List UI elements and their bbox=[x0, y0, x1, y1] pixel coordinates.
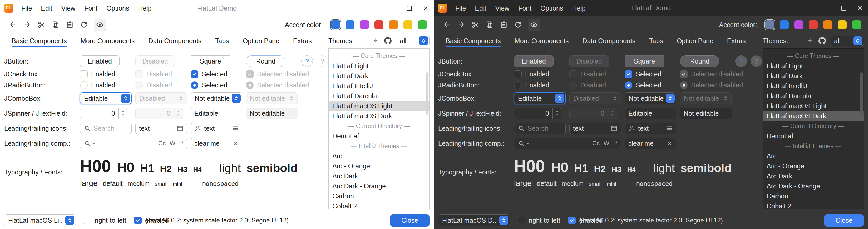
combobox-chevrons-icon[interactable] bbox=[232, 94, 241, 103]
forward-button[interactable] bbox=[455, 19, 467, 31]
accent-swatch-green[interactable] bbox=[852, 20, 861, 29]
github-button[interactable] bbox=[384, 37, 392, 45]
radio-selected[interactable] bbox=[191, 81, 198, 89]
regex-toggle[interactable]: .* bbox=[613, 140, 617, 147]
menu-file[interactable]: File bbox=[451, 0, 470, 16]
maximize-button[interactable] bbox=[835, 0, 852, 16]
calendar-icon[interactable] bbox=[177, 125, 183, 132]
back-button[interactable] bbox=[7, 19, 19, 31]
accent-swatch-blue[interactable] bbox=[780, 20, 789, 29]
regex-toggle[interactable]: .* bbox=[179, 140, 183, 147]
theme-list-item[interactable]: Arc Dark - Orange bbox=[329, 181, 429, 191]
clear-button[interactable] bbox=[667, 140, 673, 146]
accent-swatch-red[interactable] bbox=[809, 20, 818, 29]
menu-view[interactable]: View bbox=[491, 0, 514, 16]
checkbox-selected[interactable] bbox=[625, 70, 632, 78]
theme-list-item[interactable]: Arc Dark bbox=[329, 171, 429, 181]
spinner-arrows[interactable] bbox=[118, 108, 127, 119]
tab-extras[interactable]: Extras bbox=[293, 33, 312, 49]
calendar-icon[interactable] bbox=[611, 125, 617, 132]
show-hover-toggle-button[interactable] bbox=[94, 19, 106, 31]
enabled-checkbox[interactable] bbox=[568, 217, 576, 224]
tab-more-components[interactable]: More Components bbox=[515, 33, 569, 49]
not-editable-combobox[interactable]: Not editable bbox=[625, 92, 676, 104]
enabled-button[interactable]: Enabled bbox=[80, 55, 120, 67]
menu-help[interactable]: Help bbox=[567, 0, 590, 16]
accent-swatch-orange[interactable] bbox=[823, 20, 832, 29]
date-textfield[interactable]: text bbox=[569, 122, 621, 134]
cut-button[interactable] bbox=[35, 19, 48, 31]
accent-swatch-red[interactable] bbox=[374, 20, 383, 29]
tab-tabs[interactable]: Tabs bbox=[649, 33, 663, 49]
minimize-button[interactable] bbox=[819, 0, 835, 16]
accent-swatch-blue[interactable] bbox=[345, 20, 354, 29]
clear-button[interactable] bbox=[233, 140, 239, 146]
cut-button[interactable] bbox=[469, 19, 482, 31]
square-button[interactable]: Square bbox=[191, 55, 230, 67]
match-case-toggle[interactable]: Cc bbox=[158, 140, 166, 147]
close-button[interactable]: Close bbox=[390, 214, 430, 227]
editable-textfield[interactable]: Editable bbox=[191, 108, 242, 119]
menu-edit[interactable]: Edit bbox=[36, 0, 57, 16]
tab-data-components[interactable]: Data Components bbox=[582, 33, 636, 49]
back-button[interactable] bbox=[441, 19, 453, 31]
menu-help[interactable]: Help bbox=[133, 0, 156, 16]
theme-list-item[interactable]: Arc - Orange bbox=[329, 161, 429, 171]
theme-list-item[interactable]: Carbon bbox=[329, 191, 429, 201]
download-themes-button[interactable] bbox=[372, 37, 380, 45]
close-window-button[interactable] bbox=[417, 0, 434, 16]
theme-list-item[interactable]: DemoLaf bbox=[329, 131, 429, 141]
copy-button[interactable] bbox=[50, 19, 62, 31]
tab-more-components[interactable]: More Components bbox=[81, 33, 135, 49]
search-input[interactable]: Search bbox=[80, 122, 132, 134]
theme-list-item[interactable]: FlatLaf Dark bbox=[763, 71, 864, 81]
close-button[interactable]: Close bbox=[824, 214, 864, 227]
themes-list[interactable]: Core Themes FlatLaf Light FlatLaf Dark F… bbox=[763, 49, 864, 209]
chevron-down-icon[interactable] bbox=[92, 141, 97, 146]
theme-list-item[interactable]: FlatLaf Darcula bbox=[763, 91, 864, 101]
spinner-down-icon[interactable] bbox=[555, 113, 559, 116]
editable-combobox[interactable]: Editable bbox=[80, 92, 132, 104]
tab-basic-components[interactable]: Basic Components bbox=[445, 33, 501, 49]
accent-swatch-default[interactable] bbox=[765, 20, 774, 29]
combobox-chevrons-icon[interactable] bbox=[419, 36, 428, 45]
enabled-checkbox[interactable] bbox=[134, 217, 142, 224]
search-input[interactable]: Search bbox=[514, 122, 566, 134]
combobox-chevrons-icon[interactable] bbox=[121, 94, 130, 103]
search-with-options-input[interactable]: Cc W .* bbox=[80, 138, 187, 149]
close-window-button[interactable] bbox=[852, 0, 868, 16]
refresh-button[interactable] bbox=[512, 19, 524, 31]
theme-list-item[interactable]: Arc bbox=[763, 151, 864, 161]
spinner-down-icon[interactable] bbox=[121, 113, 125, 116]
paste-button[interactable] bbox=[498, 19, 510, 31]
download-themes-button[interactable] bbox=[806, 37, 814, 45]
themes-list[interactable]: Core Themes FlatLaf Light FlatLaf Dark F… bbox=[329, 49, 430, 209]
theme-list-item[interactable]: DemoLaf bbox=[763, 131, 864, 141]
tab-option-pane[interactable]: Option Pane bbox=[243, 33, 279, 49]
theme-list-item[interactable]: FlatLaf IntelliJ bbox=[763, 81, 864, 91]
tab-option-pane[interactable]: Option Pane bbox=[677, 33, 713, 49]
whole-words-toggle[interactable]: W bbox=[169, 140, 176, 147]
spinner-up-icon[interactable] bbox=[121, 110, 125, 113]
menu-font[interactable]: Font bbox=[80, 0, 102, 16]
accent-swatch-yellow[interactable] bbox=[403, 20, 412, 29]
theme-list-item[interactable]: Arc - Orange bbox=[763, 161, 864, 171]
right-to-left-checkbox[interactable] bbox=[84, 217, 91, 224]
menu-options[interactable]: Options bbox=[102, 0, 133, 16]
theme-list-item[interactable]: FlatLaf macOS Dark bbox=[763, 111, 864, 121]
theme-list-item[interactable]: FlatLaf Darcula bbox=[329, 91, 429, 101]
clearable-textfield[interactable]: clear me bbox=[191, 138, 242, 149]
menu-font[interactable]: Font bbox=[514, 0, 536, 16]
menu-view[interactable]: View bbox=[57, 0, 80, 16]
menu-edit[interactable]: Edit bbox=[470, 0, 491, 16]
look-and-feel-combobox[interactable]: FlatLaf macOS Li... bbox=[4, 214, 76, 226]
accent-swatch-yellow[interactable] bbox=[838, 20, 847, 29]
tab-extras[interactable]: Extras bbox=[727, 33, 746, 49]
combobox-chevrons-icon[interactable] bbox=[853, 36, 862, 45]
theme-list-item[interactable]: FlatLaf macOS Light bbox=[763, 101, 864, 111]
accent-swatch-purple[interactable] bbox=[794, 20, 803, 29]
editable-textfield[interactable]: Editable bbox=[625, 108, 676, 119]
help-button[interactable]: ? bbox=[735, 55, 747, 67]
list-icon[interactable] bbox=[666, 125, 673, 132]
minimize-button[interactable] bbox=[385, 0, 401, 16]
